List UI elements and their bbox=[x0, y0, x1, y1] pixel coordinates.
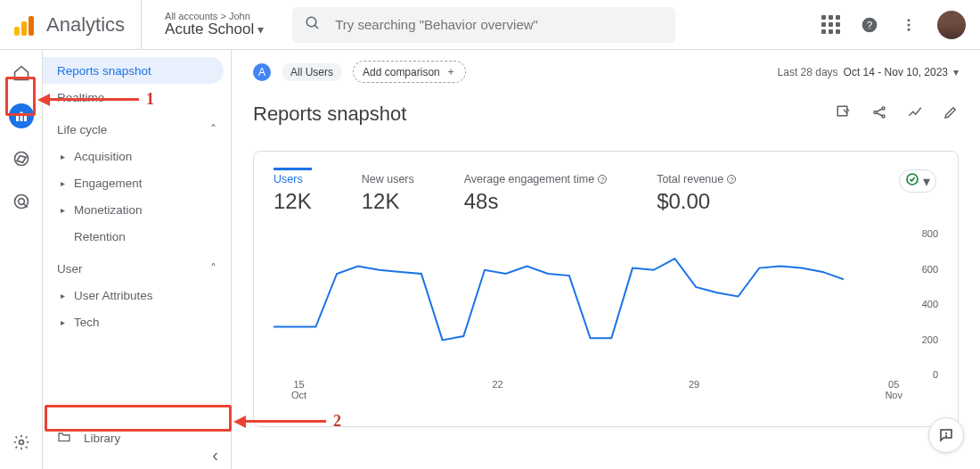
rail-home-icon[interactable] bbox=[9, 61, 34, 86]
metric-avg-engagement[interactable]: Average engagement time ? 48s bbox=[464, 168, 607, 214]
share-icon[interactable] bbox=[871, 104, 887, 124]
metric-label: Average engagement time bbox=[464, 173, 594, 185]
account-avatar[interactable] bbox=[937, 11, 966, 39]
sidebar-user-attributes[interactable]: ▸User Attributes bbox=[43, 282, 231, 309]
search-icon bbox=[305, 15, 321, 35]
metric-users[interactable]: Users 12K bbox=[274, 168, 312, 214]
apps-grid-icon[interactable] bbox=[820, 14, 841, 36]
help-tooltip-icon[interactable]: ? bbox=[727, 175, 736, 184]
svg-point-17 bbox=[882, 115, 885, 118]
triangle-right-icon: ▸ bbox=[61, 291, 65, 300]
more-vert-icon[interactable] bbox=[898, 14, 919, 36]
sidebar-reports-snapshot[interactable]: Reports snapshot bbox=[43, 57, 224, 84]
svg-point-6 bbox=[908, 28, 911, 30]
sidebar-item-label: Library bbox=[84, 432, 120, 445]
add-comparison-button[interactable]: Add comparison ＋ bbox=[353, 61, 466, 83]
svg-point-16 bbox=[882, 107, 885, 110]
reports-sidebar: Reports snapshot Realtime Life cycle ˄ ▸… bbox=[43, 50, 232, 469]
edit-icon[interactable] bbox=[943, 104, 959, 124]
sidebar-item-label: Tech bbox=[74, 316, 100, 329]
metric-label: New users bbox=[362, 173, 414, 185]
analytics-logo-icon bbox=[14, 14, 36, 36]
triangle-right-icon: ▸ bbox=[61, 152, 65, 161]
sidebar-section-label: User bbox=[57, 262, 83, 276]
sidebar-item-label: User Attributes bbox=[74, 289, 153, 302]
insights-icon[interactable] bbox=[907, 104, 923, 124]
sidebar-retention[interactable]: ▸Retention bbox=[43, 223, 231, 250]
help-icon[interactable]: ? bbox=[859, 14, 880, 36]
search-input[interactable] bbox=[333, 16, 663, 33]
sidebar-item-label: Engagement bbox=[74, 177, 143, 190]
metric-value: 12K bbox=[362, 189, 414, 214]
help-tooltip-icon[interactable]: ? bbox=[598, 175, 607, 184]
date-range-value: Oct 14 - Nov 10, 2023 bbox=[844, 66, 948, 78]
chevron-up-icon: ˄ bbox=[210, 261, 216, 276]
caret-down-icon: ▾ bbox=[923, 173, 930, 190]
svg-point-20 bbox=[946, 436, 947, 437]
rail-admin-icon[interactable] bbox=[9, 430, 34, 455]
divider bbox=[141, 0, 142, 49]
annotation-arrow-2: 2 bbox=[233, 412, 341, 431]
svg-line-1 bbox=[314, 25, 318, 29]
sidebar-section-lifecycle[interactable]: Life cycle ˄ bbox=[43, 116, 231, 143]
metric-value: 12K bbox=[274, 189, 312, 214]
segment-all-users[interactable]: All Users bbox=[282, 63, 342, 81]
add-comparison-label: Add comparison bbox=[363, 66, 440, 78]
feedback-button[interactable] bbox=[928, 417, 964, 453]
users-line-chart: 8006004002000 15Oct222905Nov bbox=[274, 228, 938, 398]
rail-reports-icon[interactable] bbox=[9, 103, 34, 128]
metric-label: Users bbox=[274, 173, 303, 185]
global-header: Analytics All accounts > John Acute Scho… bbox=[0, 0, 980, 50]
metric-new-users[interactable]: New users 12K bbox=[362, 168, 414, 214]
date-range-picker[interactable]: Last 28 days Oct 14 - Nov 10, 2023 ▾ bbox=[778, 66, 959, 78]
plus-icon: ＋ bbox=[445, 64, 456, 79]
sidebar-section-label: Life cycle bbox=[57, 123, 107, 136]
date-range-preset: Last 28 days bbox=[778, 66, 838, 78]
svg-text:?: ? bbox=[867, 19, 873, 30]
rail-explore-icon[interactable] bbox=[9, 146, 34, 171]
svg-point-4 bbox=[908, 19, 911, 21]
overview-card: Users 12K New users 12K Average engageme… bbox=[253, 151, 959, 427]
metric-label: Total revenue bbox=[657, 173, 723, 185]
sidebar-section-user[interactable]: User ˄ bbox=[43, 255, 231, 282]
svg-rect-9 bbox=[24, 114, 27, 121]
sidebar-engagement[interactable]: ▸Engagement bbox=[43, 169, 231, 196]
chevron-up-icon: ˄ bbox=[210, 122, 216, 136]
triangle-right-icon: ▸ bbox=[61, 317, 65, 327]
search-box[interactable] bbox=[292, 7, 675, 43]
metric-value: $0.00 bbox=[657, 189, 736, 214]
check-circle-icon bbox=[905, 172, 919, 190]
annotation-label: 2 bbox=[333, 412, 341, 431]
main-content: A All Users Add comparison ＋ Last 28 day… bbox=[232, 50, 980, 469]
sidebar-item-label: Retention bbox=[74, 230, 126, 243]
svg-point-10 bbox=[14, 152, 28, 166]
sidebar-tech[interactable]: ▸Tech bbox=[43, 309, 231, 335]
svg-rect-7 bbox=[16, 116, 19, 121]
data-quality-pill[interactable]: ▾ bbox=[899, 169, 936, 193]
segment-bar: A All Users Add comparison ＋ Last 28 day… bbox=[253, 61, 959, 83]
caret-down-icon: ▾ bbox=[257, 23, 264, 37]
property-name: Acute School bbox=[165, 21, 254, 38]
svg-point-12 bbox=[18, 199, 24, 205]
caret-down-icon: ▾ bbox=[953, 66, 959, 78]
page-title: Reports snapshot bbox=[253, 103, 406, 126]
triangle-right-icon: ▸ bbox=[61, 178, 65, 188]
rail-advertising-icon[interactable] bbox=[9, 189, 34, 214]
sidebar-monetization[interactable]: ▸Monetization bbox=[43, 196, 231, 223]
folder-icon bbox=[57, 430, 71, 447]
customize-report-icon[interactable] bbox=[836, 104, 852, 124]
collapse-sidebar-icon[interactable]: ‹ bbox=[212, 445, 218, 465]
chart-svg bbox=[274, 228, 844, 380]
metric-total-revenue[interactable]: Total revenue ? $0.00 bbox=[657, 168, 736, 214]
sidebar-acquisition[interactable]: ▸Acquisition bbox=[43, 143, 231, 169]
svg-point-0 bbox=[306, 17, 316, 27]
property-selector[interactable]: All accounts > John Acute School ▾ bbox=[165, 11, 264, 38]
annotation-arrow-1: 1 bbox=[37, 90, 154, 109]
svg-point-5 bbox=[908, 23, 911, 26]
sidebar-library[interactable]: Library bbox=[43, 424, 224, 451]
svg-point-13 bbox=[19, 440, 23, 445]
segment-badge: A bbox=[253, 63, 271, 81]
triangle-right-icon: ▸ bbox=[61, 205, 65, 215]
sidebar-item-label: Reports snapshot bbox=[57, 64, 151, 78]
svg-point-15 bbox=[874, 111, 877, 114]
